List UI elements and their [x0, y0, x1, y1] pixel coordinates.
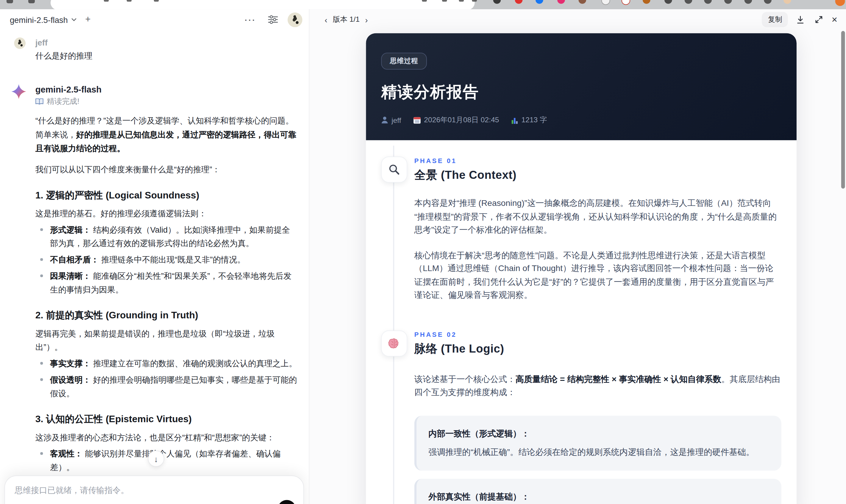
card-title: 外部真实性（前提基础）：: [428, 491, 767, 503]
meta-author: jeff: [381, 116, 401, 124]
report-header: 思维过程 精读分析报告 jeff 2026年01月08日 02:45: [366, 33, 797, 140]
section-heading: 2. 前提的真实性 (Grounding in Truth): [35, 309, 298, 322]
extension-icon[interactable]: [643, 0, 650, 4]
translate-icon[interactable]: [442, 0, 447, 1]
assistant-intro: “什么是好的推理？”这是一个涉及逻辑学、认知科学和哲学核心的问题。简单来说，好的…: [35, 114, 298, 155]
url-text-sliver: [154, 0, 159, 1]
phase-label: PHASE 01: [415, 157, 781, 165]
report-toolbar: ‹ 版本 1/1 › 复制 ×: [309, 9, 846, 30]
extension-icon[interactable]: [557, 0, 565, 4]
chat-header: gemini-2.5-flash + ···: [0, 9, 309, 30]
phase-02-section: PHASE 02 脉络 (The Logic) 该论述基于一个核心公式：高质量结…: [381, 330, 781, 504]
report-card: 思维过程 精读分析报告 jeff 2026年01月08日 02:45: [366, 33, 797, 504]
bullet-item: 不自相矛盾： 推理链条中不能出现“既是又非”的情况。: [35, 253, 298, 266]
section-desc: 这涉及推理者的心态和方法论，也是区分“杠精”和“思想家”的关键：: [35, 431, 298, 444]
meta-date: 2026年01月08日 02:45: [413, 115, 499, 125]
more-options-button[interactable]: ···: [245, 15, 256, 24]
report-meta: jeff 2026年01月08日 02:45 1213 字: [381, 115, 781, 125]
report-body: PHASE 01 全景 (The Context) 本内容是对“推理 (Reas…: [366, 140, 797, 504]
phase-label: PHASE 02: [415, 330, 781, 338]
screen: gemini-2.5-flash + ···: [0, 0, 846, 504]
bullet-item: 因果清晰： 能准确区分“相关性”和“因果关系”，不会轻率地将先后发生的事情归为因…: [35, 269, 298, 296]
tune-settings-icon[interactable]: [268, 15, 278, 24]
scrollbar-thumb[interactable]: [841, 31, 845, 188]
dimension-card: 内部一致性（形式逻辑）：强调推理的“机械正确”。结论必须在给定的规则系统内逻辑自…: [415, 415, 781, 470]
composer: +: [4, 475, 304, 504]
version-nav: ‹ 版本 1/1 ›: [324, 15, 368, 24]
version-label: 版本 1/1: [333, 15, 359, 24]
composer-toolbar: +: [14, 500, 296, 504]
tab-grid-icon[interactable]: [28, 0, 35, 3]
copy-button[interactable]: 复制: [762, 12, 788, 27]
extension-icon[interactable]: [535, 0, 543, 4]
reload-icon[interactable]: [6, 0, 13, 3]
extension-icon[interactable]: [579, 0, 586, 4]
extension-icon[interactable]: [724, 0, 732, 4]
fullscreen-button[interactable]: [812, 13, 826, 26]
extension-icon[interactable]: [704, 0, 712, 4]
brain-icon: [381, 330, 407, 356]
extension-icon[interactable]: [665, 0, 672, 4]
download-button[interactable]: [794, 13, 808, 26]
voice-input-button[interactable]: [278, 500, 296, 504]
logic-dimension-cards: 内部一致性（形式逻辑）：强调推理的“机械正确”。结论必须在给定的规则系统内逻辑自…: [415, 415, 781, 504]
bookmark-star-icon[interactable]: [472, 0, 477, 1]
assistant-message: gemini-2.5-flash 精读完成! “什么是好的推理？”这是一个涉及逻…: [11, 84, 298, 504]
chat-input[interactable]: [14, 485, 296, 495]
extension-icon[interactable]: [601, 0, 610, 5]
user-avatar[interactable]: [287, 12, 302, 27]
extension-icon[interactable]: [685, 0, 692, 4]
assistant-sections: 1. 逻辑的严密性 (Logical Soundness)这是推理的基石。好的推…: [35, 189, 298, 504]
person-icon: [381, 116, 388, 124]
url-text-sliver: [104, 0, 109, 1]
user-name: jeff: [35, 37, 298, 49]
extension-icon[interactable]: [621, 0, 630, 5]
url-bar[interactable]: [51, 0, 475, 9]
bullet-item: 客观性： 能够识别并尽量排除个人偏见（如幸存者偏差、确认偏差）。: [35, 447, 298, 474]
card-body: 强调推理的“机械正确”。结论必须在给定的规则系统内逻辑自洽，这是推理的硬件基础。: [428, 445, 767, 459]
version-prev-button[interactable]: ‹: [324, 16, 327, 23]
report-title: 精读分析报告: [381, 82, 781, 103]
assistant-status-text: 精读完成!: [47, 97, 79, 107]
new-chat-button[interactable]: +: [85, 14, 90, 25]
model-name-label: gemini-2.5-flash: [10, 15, 68, 24]
calendar-icon: [413, 116, 421, 124]
extension-icon[interactable]: [764, 0, 772, 4]
section-heading: 3. 认知的公正性 (Epistemic Virtues): [35, 413, 298, 426]
phase2-formula: 该论述基于一个核心公式：高质量结论 = 结构完整性 × 事实准确性 × 认知自律…: [415, 373, 781, 399]
phase-title: 脉络 (The Logic): [415, 341, 781, 356]
report-badge: 思维过程: [381, 53, 427, 70]
assistant-name: gemini-2.5-flash: [35, 84, 298, 95]
report-panel: ‹ 版本 1/1 › 复制 × 思维过程 精读分析报告: [309, 9, 846, 504]
bullet-item: 事实支撑： 推理建立在可靠的数据、准确的观测或公认的真理之上。: [35, 356, 298, 370]
extension-icon[interactable]: [493, 0, 501, 4]
meta-word-count: 1213 字: [511, 115, 547, 125]
assistant-lead: 我们可以从以下四个维度来衡量什么是“好的推理”：: [35, 162, 298, 176]
model-selector[interactable]: gemini-2.5-flash: [10, 15, 76, 24]
profile-avatar-icon[interactable]: [783, 0, 791, 4]
reader-icon[interactable]: [459, 0, 464, 1]
share-icon[interactable]: [422, 0, 427, 1]
section-heading: 1. 逻辑的严密性 (Logical Soundness): [35, 189, 298, 202]
browser-menu-icon[interactable]: [835, 0, 845, 6]
gemini-star-icon: [11, 84, 26, 101]
phase-title: 全景 (The Context): [415, 167, 781, 183]
phase-01-section: PHASE 01 全景 (The Context) 本内容是对“推理 (Reas…: [381, 157, 781, 314]
url-text-sliver: [127, 0, 131, 1]
chevron-down-icon: [71, 18, 76, 21]
bullet-item: 形式逻辑： 结构必须有效（Valid）。比如演绎推理中，如果前提全部为真，那么通…: [35, 223, 298, 250]
extension-icon[interactable]: [515, 0, 523, 4]
chat-transcript: jeff 什么是好的推理 gemini-2.5-flash 精读完成! “什么是…: [0, 33, 309, 504]
section-bullets: 事实支撑： 推理建立在可靠的数据、准确的观测或公认的真理之上。假设透明： 好的推…: [35, 356, 298, 400]
section-desc: 逻辑再完美，如果前提是错误的，推理也是垃圾（即“垃圾进，垃圾出”）。: [35, 327, 298, 354]
extension-icon[interactable]: [744, 0, 752, 4]
dimension-card: 外部真实性（前提基础）：强调推理的“经验校准”。解决“GIGO（垃圾进，垃圾出）…: [415, 479, 781, 504]
bullet-item: 假设透明： 好的推理会明确指明哪些是已知事实，哪些是基于可能的假设。: [35, 373, 298, 400]
user-message-text: 什么是好的推理: [35, 50, 298, 62]
version-next-button[interactable]: ›: [365, 16, 368, 23]
close-button[interactable]: ×: [832, 15, 838, 24]
user-message: jeff 什么是好的推理: [11, 37, 298, 62]
bar-chart-icon: [511, 116, 518, 124]
scroll-to-bottom-button[interactable]: ↓: [148, 450, 164, 467]
browser-topbar: [0, 0, 846, 9]
